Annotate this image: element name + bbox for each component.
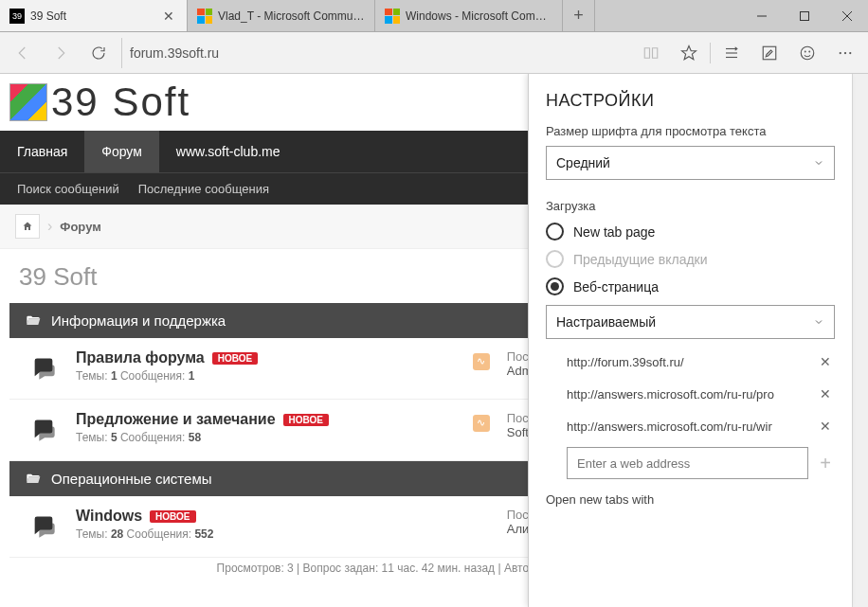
radio-icon xyxy=(546,277,564,295)
radio-icon xyxy=(546,250,564,268)
comments-icon xyxy=(25,349,63,387)
font-size-value: Средний xyxy=(556,155,610,170)
tab-close-icon[interactable]: ✕ xyxy=(160,9,177,24)
tab-favicon-2 xyxy=(385,9,400,24)
folder-open-icon xyxy=(25,472,42,487)
tab-title: Windows - Microsoft Commun xyxy=(406,9,552,23)
forum-stats: Темы: 1 Сообщения: 1 xyxy=(76,369,460,383)
comments-icon xyxy=(25,411,63,449)
subnav-search[interactable]: Поиск сообщений xyxy=(17,182,119,196)
settings-panel: НАСТРОЙКИ Размер шрифта для просмотра те… xyxy=(528,74,852,607)
subnav-recent[interactable]: Последние сообщения xyxy=(138,182,269,196)
forum-stats: Темы: 5 Сообщения: 58 xyxy=(76,431,460,444)
svg-marker-4 xyxy=(682,45,696,59)
startup-url: http://answers.microsoft.com/ru-ru/wir xyxy=(567,420,810,434)
chevron-right-icon: › xyxy=(47,218,52,235)
hub-button[interactable] xyxy=(713,34,750,72)
startup-section-label: Загрузка xyxy=(546,199,835,213)
browser-tab-0[interactable]: 39 39 Soft ✕ xyxy=(0,0,188,31)
nav-home[interactable]: Главная xyxy=(0,131,84,172)
startup-url: http://forum.39soft.ru/ xyxy=(567,355,810,369)
browser-tab-2[interactable]: Windows - Microsoft Commun xyxy=(375,0,563,31)
startup-url-row: http://forum.39soft.ru/ ✕ xyxy=(567,350,835,373)
font-size-select[interactable]: Средний xyxy=(546,146,835,180)
forum-stats: Темы: 28 Сообщения: 552 xyxy=(76,527,460,541)
settings-title: НАСТРОЙКИ xyxy=(546,91,835,111)
remove-url-button[interactable]: ✕ xyxy=(816,350,835,373)
comments-icon xyxy=(25,508,63,545)
svg-point-10 xyxy=(801,46,814,60)
address-input[interactable] xyxy=(130,45,624,61)
close-window-button[interactable] xyxy=(825,0,868,31)
tab-bar: 39 39 Soft ✕ Vlad_T - Microsoft Communit… xyxy=(0,0,868,32)
new-badge: НОВОЕ xyxy=(212,352,258,365)
startup-url: http://answers.microsoft.com/ru-ru/pro xyxy=(567,387,810,402)
minimize-button[interactable] xyxy=(740,0,783,31)
more-button[interactable] xyxy=(826,34,864,72)
browser-tab-1[interactable]: Vlad_T - Microsoft Community xyxy=(188,0,375,31)
add-url-row: + xyxy=(567,447,835,479)
address-input-wrap[interactable] xyxy=(121,38,632,68)
svg-rect-9 xyxy=(763,46,776,60)
page-viewport: 39 Soft Вс Главная Форум www.soft-club.m… xyxy=(0,74,868,607)
breadcrumb-forum[interactable]: Форум xyxy=(60,220,100,234)
feedback-button[interactable] xyxy=(788,34,826,72)
tab-favicon-0: 39 xyxy=(9,9,25,24)
startup-page-select[interactable]: Настраиваемый xyxy=(546,305,835,339)
remove-url-button[interactable]: ✕ xyxy=(816,383,835,405)
category-title: Операционные системы xyxy=(51,471,212,487)
forum-title-link[interactable]: WindowsНОВОЕ xyxy=(76,508,460,525)
forward-button[interactable] xyxy=(42,34,80,72)
radio-web-page[interactable]: Веб-страница xyxy=(546,277,835,295)
category-title: Информация и поддержка xyxy=(51,312,226,329)
tab-title: 39 Soft xyxy=(30,9,154,23)
radio-icon xyxy=(546,223,564,241)
webnote-button[interactable] xyxy=(750,34,788,72)
back-button[interactable] xyxy=(4,34,42,72)
new-tab-button[interactable]: + xyxy=(563,0,595,31)
site-logo-text: 39 Soft xyxy=(51,80,190,125)
svg-rect-1 xyxy=(800,11,808,20)
remove-url-button[interactable]: ✕ xyxy=(816,415,835,437)
favorite-button[interactable] xyxy=(670,34,708,72)
svg-point-11 xyxy=(805,51,805,52)
svg-point-12 xyxy=(809,51,810,52)
startup-page-value: Настраиваемый xyxy=(556,314,656,330)
refresh-button[interactable] xyxy=(80,34,118,72)
nav-forum[interactable]: Форум xyxy=(84,131,159,172)
font-size-label: Размер шрифта для просмотра текста xyxy=(546,124,835,138)
radio-previous-tabs[interactable]: Предыдущие вкладки xyxy=(546,250,835,268)
vertical-scrollbar[interactable] xyxy=(852,74,868,607)
tab-favicon-1 xyxy=(197,9,212,24)
chevron-down-icon xyxy=(813,157,824,169)
rss-icon[interactable]: ∿ xyxy=(473,353,490,370)
svg-point-15 xyxy=(849,51,851,53)
rss-icon[interactable]: ∿ xyxy=(473,415,490,432)
breadcrumb-home-icon[interactable] xyxy=(15,214,40,239)
chevron-down-icon xyxy=(813,316,824,328)
svg-point-13 xyxy=(840,51,841,53)
startup-url-row: http://answers.microsoft.com/ru-ru/wir ✕ xyxy=(567,415,835,437)
add-url-input[interactable] xyxy=(567,447,808,479)
tab-title: Vlad_T - Microsoft Community xyxy=(218,9,365,23)
open-tabs-section-label: Open new tabs with xyxy=(546,492,835,507)
site-logo-icon xyxy=(9,83,47,121)
window-controls xyxy=(740,0,868,31)
nav-club[interactable]: www.soft-club.me xyxy=(159,131,298,172)
new-badge: НОВОЕ xyxy=(283,414,329,426)
forum-title-link[interactable]: Правила форумаНОВОЕ xyxy=(76,349,460,366)
maximize-button[interactable] xyxy=(783,0,825,31)
new-badge: НОВОЕ xyxy=(150,510,195,523)
site-logo-link[interactable]: 39 Soft xyxy=(9,80,190,125)
reading-view-button[interactable] xyxy=(632,34,670,72)
svg-marker-8 xyxy=(735,46,738,51)
svg-point-14 xyxy=(844,51,846,53)
forum-title-link[interactable]: Предложение и замечаниеНОВОЕ xyxy=(76,411,460,428)
startup-url-row: http://answers.microsoft.com/ru-ru/pro ✕ xyxy=(567,383,835,405)
add-url-button[interactable]: + xyxy=(816,453,835,474)
folder-open-icon xyxy=(25,313,42,329)
radio-new-tab[interactable]: New tab page xyxy=(546,223,835,241)
address-bar-row xyxy=(0,32,868,74)
